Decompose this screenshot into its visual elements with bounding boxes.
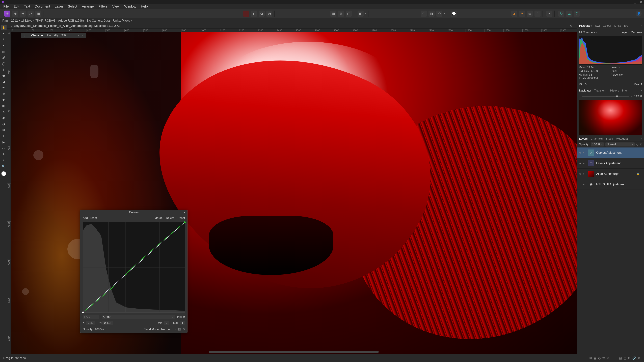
layer-blend-dropdown[interactable]: Normal▾ <box>606 142 634 146</box>
layer-row[interactable]: ◉ ▸ ◫ Levels Adjustment ◦ <box>577 158 644 169</box>
tab-channels[interactable]: Channels <box>590 137 603 141</box>
close-button[interactable]: ✕ <box>640 0 642 4</box>
menu-document[interactable]: Document <box>32 4 52 9</box>
fx-status-button[interactable]: fx <box>602 356 605 360</box>
layer-marker[interactable]: ◦ <box>642 183 642 186</box>
expand-toggle[interactable]: ▸ <box>584 183 586 186</box>
link-status-button[interactable]: 🔗 <box>632 356 636 360</box>
channels-dropdown[interactable]: All Channels ▾ <box>579 31 597 34</box>
histogram-max-input[interactable]: 1 <box>641 83 642 86</box>
panel-menu-icon[interactable]: ≡ <box>641 89 642 92</box>
history-chevron[interactable]: ▾ <box>444 12 445 15</box>
select-all-button[interactable]: ▦ <box>330 10 336 16</box>
develop-persona-button[interactable]: ⇄ <box>28 10 34 16</box>
tab-colour[interactable]: Colour <box>602 24 612 28</box>
curves-dialog[interactable]: Curves ✕ Add Preset Merge Delete Reset R… <box>80 210 188 333</box>
visibility-toggle[interactable]: ◉ <box>579 162 582 164</box>
marquee-tool[interactable]: ◯ <box>1 61 6 66</box>
brush-tool[interactable]: 🖌 <box>1 55 6 60</box>
curves-max-input[interactable]: 1 <box>180 321 185 325</box>
menu-text[interactable]: Text <box>22 4 32 9</box>
retouch-tool[interactable]: ✧ <box>1 133 6 139</box>
minimize-button[interactable]: — <box>627 0 630 4</box>
gear-icon[interactable]: ⚙ <box>182 328 185 331</box>
menu-layer[interactable]: Layer <box>52 4 66 9</box>
expand-toggle[interactable]: ▸ <box>584 162 586 164</box>
group-status-button[interactable]: ⊡ <box>628 356 630 360</box>
histogram-mode-layer[interactable]: Layer <box>620 30 628 34</box>
select-none-button[interactable]: ▢ <box>346 10 352 16</box>
tab-info[interactable]: Info <box>622 89 627 93</box>
xform-status-button[interactable]: ✕ <box>606 356 609 360</box>
curves-blend-dropdown[interactable]: Normal▾ <box>161 328 176 331</box>
tab-metadata[interactable]: Metadata <box>616 137 628 141</box>
layer-quick-lock-button[interactable]: ◇ <box>636 143 638 146</box>
expand-toggle[interactable]: ▸ <box>584 173 586 175</box>
delete-button[interactable]: Delete <box>166 216 174 220</box>
expand-toggle[interactable]: ▸ <box>584 151 586 154</box>
export-persona-button[interactable]: ▣ <box>35 10 41 16</box>
tab-paragraph[interactable]: Par <box>46 33 52 37</box>
arrange-front-button[interactable]: ▲ <box>511 10 518 16</box>
zoom-out-button[interactable]: − <box>579 95 580 98</box>
liquify-persona-button[interactable]: ◉ <box>12 10 18 16</box>
visibility-toggle[interactable]: ◉ <box>579 151 582 154</box>
shape-tool[interactable]: ▭ <box>1 145 6 151</box>
chat-button[interactable]: 💬 <box>451 10 457 16</box>
mesh-tool[interactable]: ⊞ <box>1 127 6 133</box>
panel-menu-icon[interactable]: ≡ <box>641 137 642 140</box>
lock-icon[interactable]: 🔒 <box>636 172 640 175</box>
close-icon[interactable]: ✕ <box>82 34 84 37</box>
zoom-in-button[interactable]: + <box>631 95 632 98</box>
character-panel[interactable]: ⋮⋮ Character Par Gly TSt ≡ ✕ <box>21 33 86 38</box>
tab-transform[interactable]: Transform <box>594 89 608 93</box>
layer-row[interactable]: ◉ ▸ Alien Xenomorph 🔒 ◦ <box>577 169 644 179</box>
smudge-tool[interactable]: ∿ <box>1 109 6 115</box>
history-undo-button[interactable]: ↶ <box>436 10 442 16</box>
mask-status-button[interactable]: ▤ <box>619 356 622 360</box>
layer-marker[interactable]: ◦ <box>642 172 642 175</box>
reset-button[interactable]: Reset <box>178 216 185 220</box>
merge-button[interactable]: Merge <box>154 216 162 220</box>
zoom-value[interactable]: 113 % <box>634 95 642 98</box>
add-preset-button[interactable]: Add Preset <box>83 216 97 220</box>
crop-status-button[interactable]: ▣ <box>594 356 596 360</box>
tab-navigator[interactable]: Navigator <box>579 89 592 93</box>
menu-select[interactable]: Select <box>66 4 80 9</box>
swatch-red-button[interactable] <box>243 10 249 16</box>
color-swatch[interactable] <box>1 171 6 176</box>
menu-help[interactable]: Help <box>138 4 150 9</box>
node-tool[interactable]: ⌖ <box>1 157 6 163</box>
layer-marker[interactable]: ◦ <box>642 162 642 165</box>
histogram-min-input[interactable]: 0 <box>585 83 586 86</box>
gradient-tool[interactable]: ◢ <box>1 79 6 85</box>
menu-arrange[interactable]: Arrange <box>80 4 96 9</box>
layer-opacity-input[interactable]: 100 %▾ <box>591 142 604 146</box>
assistant-toggle-button[interactable]: ◔ <box>266 10 272 16</box>
help-button[interactable]: ? <box>574 10 580 16</box>
ruler-origin[interactable] <box>8 29 11 32</box>
tab-stock[interactable]: Stock <box>606 137 613 141</box>
stamp-tool[interactable]: ⊕ <box>1 91 6 97</box>
text-tool[interactable]: A <box>1 151 6 157</box>
flood-tool[interactable]: ⬣ <box>1 73 6 79</box>
tab-histogram[interactable]: Histogram <box>579 24 592 28</box>
select-invert-button[interactable]: ▧ <box>338 10 344 16</box>
delete-status-button[interactable]: 🗑 <box>638 356 641 360</box>
visibility-toggle[interactable]: ◉ <box>579 173 582 175</box>
units-dropdown[interactable]: Units: Pixels ▾ <box>113 19 132 22</box>
horizontal-ruler[interactable]: 0100200300400500600700800900100011001200… <box>11 29 577 32</box>
panel-menu-icon[interactable]: ≡ <box>78 34 79 37</box>
persona-photo-button[interactable]: ✦ <box>4 10 10 16</box>
crystallize-button[interactable]: ⬚ <box>421 10 427 16</box>
move-tool[interactable]: ⬉ <box>1 31 6 36</box>
healing-tool[interactable]: ✚ <box>1 97 6 103</box>
pen-tool[interactable]: ✒ <box>1 85 6 91</box>
assistant-color-button[interactable]: ◕ <box>258 10 265 16</box>
ungroup-button[interactable]: ▯ <box>534 10 540 16</box>
curves-min-input[interactable]: 0 <box>164 321 169 325</box>
document-tab-close[interactable]: ✕ <box>570 24 572 27</box>
maximize-button[interactable]: ▢ <box>634 0 636 4</box>
tab-character[interactable]: Character <box>31 33 44 37</box>
cloud-button[interactable]: ☁ <box>566 10 572 16</box>
